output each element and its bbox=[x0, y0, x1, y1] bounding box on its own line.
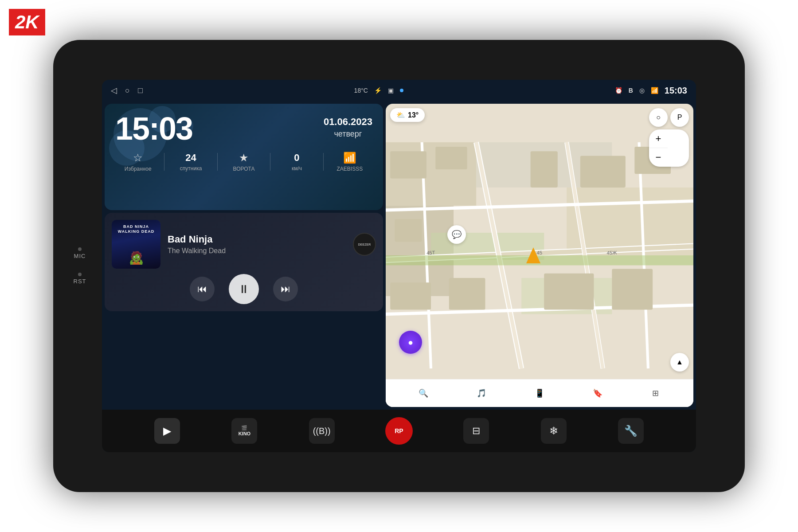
album-art: BAD NINJAWALKING DEAD 🧟 bbox=[112, 220, 160, 269]
status-center: 18°C ⚡ ▣ bbox=[354, 87, 403, 94]
dock-settings-icon: 🔧 bbox=[618, 418, 644, 444]
stat-satellites: 24 спутника bbox=[168, 152, 213, 172]
map-top-right: ○ P + − bbox=[649, 108, 689, 167]
nav-icon-symbol: ▶ bbox=[163, 425, 171, 437]
climate-symbol: ❄ bbox=[549, 425, 558, 437]
status-right: ⏰ B ◎ 📶 15:03 bbox=[615, 86, 687, 96]
map-container: 45 45Т 45Ж ⛅ 13° ○ P bbox=[386, 104, 693, 407]
svg-rect-26 bbox=[544, 274, 594, 310]
map-apps-button[interactable]: ⊞ bbox=[645, 383, 666, 403]
map-chat-bubble: 💬 bbox=[447, 225, 466, 244]
stat-gate[interactable]: ★ ВОРОТА bbox=[221, 152, 266, 172]
music-info: Bad Ninja The Walking Dead bbox=[168, 234, 346, 255]
dock-bluetooth[interactable]: ((B)) bbox=[300, 414, 344, 448]
status-time: 15:03 bbox=[665, 86, 687, 96]
speed-value: 0 bbox=[294, 152, 299, 164]
map-phone-button[interactable]: 📱 bbox=[529, 383, 550, 403]
next-button[interactable]: ⏭ bbox=[273, 277, 298, 301]
right-panel: 45 45Т 45Ж ⛅ 13° ○ P bbox=[386, 101, 696, 410]
map-parking-button[interactable]: P bbox=[670, 108, 689, 127]
apps-symbol: ⊟ bbox=[472, 425, 480, 437]
rst-label: RST bbox=[74, 273, 86, 285]
play-pause-button[interactable]: ⏸ bbox=[229, 274, 259, 304]
bluetooth-symbol: ((B)) bbox=[313, 426, 331, 436]
clock-date-info: 01.06.2023 четверг bbox=[324, 113, 372, 139]
map-zoom-control: + − bbox=[649, 129, 689, 167]
left-panel: 15:03 01.06.2023 четверг ☆ Избранное bbox=[102, 101, 386, 410]
network-icon: 📶 bbox=[343, 152, 356, 164]
mic-label: MIC bbox=[74, 247, 86, 259]
dock-apps[interactable]: ⊟ bbox=[454, 414, 498, 448]
dock-climate[interactable]: ❄ bbox=[532, 414, 576, 448]
resolution-badge: 2K bbox=[9, 9, 45, 35]
dock-rp[interactable]: RP bbox=[377, 414, 421, 448]
music-widget: BAD NINJAWALKING DEAD 🧟 Bad Ninja The Wa… bbox=[105, 213, 383, 311]
map-day-mode-button[interactable]: ○ bbox=[649, 108, 668, 127]
dock-bluetooth-icon: ((B)) bbox=[309, 418, 335, 444]
stat-network: 📶 ZAEBISSS bbox=[327, 152, 372, 172]
stat-divider-4 bbox=[323, 153, 324, 171]
map-toolbar: 🔍 🎵 📱 🔖 ⊞ bbox=[386, 379, 693, 407]
dock-nav[interactable]: ▶ bbox=[145, 414, 189, 448]
clock-time: 15:03 bbox=[115, 113, 192, 145]
bottom-dock: ▶ 🎬KINO ((B)) RP bbox=[102, 410, 696, 452]
svg-rect-25 bbox=[449, 278, 485, 309]
dock-settings[interactable]: 🔧 bbox=[609, 414, 653, 448]
status-bar: ◁ ○ □ 18°C ⚡ ▣ ⏰ B ◎ 📶 15:03 bbox=[102, 80, 696, 101]
gate-icon: ★ bbox=[239, 152, 249, 164]
music-top: BAD NINJAWALKING DEAD 🧟 Bad Ninja The Wa… bbox=[112, 220, 376, 269]
main-content: 15:03 01.06.2023 четверг ☆ Избранное bbox=[102, 101, 696, 410]
clock-date: 01.06.2023 bbox=[324, 116, 372, 128]
gate-label: ВОРОТА bbox=[233, 166, 255, 172]
satellites-value: 24 bbox=[185, 152, 196, 164]
screen: ◁ ○ □ 18°C ⚡ ▣ ⏰ B ◎ 📶 15:03 bbox=[102, 80, 696, 452]
weather-badge: ⛅ 13° bbox=[390, 108, 425, 122]
home-button[interactable]: ○ bbox=[125, 86, 130, 95]
location-icon: ◎ bbox=[639, 87, 645, 94]
svg-rect-24 bbox=[390, 282, 431, 309]
svg-text:45Т: 45Т bbox=[426, 250, 435, 255]
zoom-in-button[interactable]: + bbox=[649, 129, 668, 148]
back-button[interactable]: ◁ bbox=[111, 86, 117, 95]
kino-label: 🎬KINO bbox=[239, 425, 251, 437]
weather-icon: ⛅ bbox=[396, 111, 405, 119]
music-title: Bad Ninja bbox=[168, 234, 346, 245]
svg-rect-27 bbox=[612, 269, 653, 310]
speed-label: км/ч bbox=[292, 165, 302, 172]
map-location-circle: ● bbox=[399, 331, 422, 354]
map-search-button[interactable]: 🔍 bbox=[413, 383, 434, 403]
recent-button[interactable]: □ bbox=[138, 86, 143, 95]
wifi-icon: 📶 bbox=[651, 87, 658, 94]
clock-widget: 15:03 01.06.2023 четверг ☆ Избранное bbox=[105, 104, 383, 210]
rp-label: RP bbox=[395, 427, 403, 434]
clock-day: четверг bbox=[324, 129, 372, 139]
bluetooth-icon: B bbox=[629, 87, 633, 94]
zoom-out-button[interactable]: − bbox=[649, 148, 668, 167]
dock-climate-icon: ❄ bbox=[541, 418, 567, 444]
deezer-badge: DEEZER bbox=[353, 233, 376, 256]
dock-rp-icon: RP bbox=[385, 417, 413, 445]
stat-speed: 0 км/ч bbox=[274, 152, 319, 172]
usb-icon: ⚡ bbox=[374, 87, 382, 94]
settings-symbol: 🔧 bbox=[624, 425, 638, 437]
car-unit: MIC RST ◁ ○ □ 18°C ⚡ ▣ ⏰ B ◎ bbox=[53, 40, 745, 492]
screen-icon: ▣ bbox=[388, 87, 394, 94]
album-figure: 🧟 bbox=[129, 250, 144, 265]
svg-text:45Ж: 45Ж bbox=[606, 250, 617, 255]
map-bookmark-button[interactable]: 🔖 bbox=[587, 383, 608, 403]
nav-buttons: ◁ ○ □ bbox=[111, 86, 143, 95]
favorites-label: Избранное bbox=[125, 166, 152, 172]
stat-divider-1 bbox=[164, 153, 164, 171]
stat-favorites[interactable]: ☆ Избранное bbox=[115, 152, 160, 172]
network-label: ZAEBISSS bbox=[336, 166, 363, 172]
map-direction-button[interactable]: ▲ bbox=[670, 353, 689, 372]
dock-kino-icon: 🎬KINO bbox=[231, 418, 257, 444]
prev-button[interactable]: ⏮ bbox=[190, 277, 215, 301]
album-title: BAD NINJAWALKING DEAD bbox=[112, 224, 160, 234]
satellites-label: спутника bbox=[180, 165, 202, 172]
music-artist: The Walking Dead bbox=[168, 247, 346, 255]
stat-divider-3 bbox=[270, 153, 270, 171]
map-music-button[interactable]: 🎵 bbox=[471, 383, 492, 403]
dock-kino[interactable]: 🎬KINO bbox=[222, 414, 266, 448]
car-marker bbox=[526, 247, 540, 263]
